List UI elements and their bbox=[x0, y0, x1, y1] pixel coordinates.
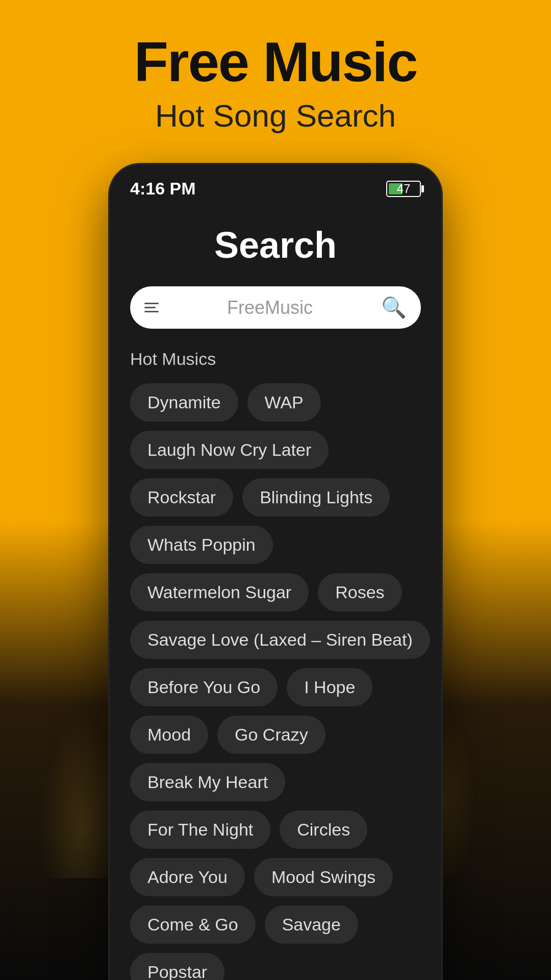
menu-line-2 bbox=[144, 307, 156, 308]
hot-musics-label: Hot Musics bbox=[130, 349, 421, 369]
search-bar[interactable]: FreeMusic 🔍 bbox=[130, 286, 421, 329]
tag-item[interactable]: Break My Heart bbox=[130, 763, 285, 801]
tag-item[interactable]: Mood bbox=[130, 716, 208, 754]
tag-item[interactable]: Come & Go bbox=[130, 905, 256, 944]
tag-item[interactable]: Whats Poppin bbox=[130, 526, 273, 564]
app-content: Search FreeMusic 🔍 Hot Musics DynamiteWA… bbox=[110, 204, 441, 980]
tag-item[interactable]: Laugh Now Cry Later bbox=[130, 431, 329, 469]
tag-item[interactable]: Rockstar bbox=[130, 478, 233, 517]
status-bar: 4:16 PM 47 bbox=[110, 164, 441, 204]
menu-line-1 bbox=[144, 303, 159, 304]
search-icon[interactable]: 🔍 bbox=[381, 296, 407, 320]
menu-line-3 bbox=[144, 311, 159, 312]
tags-container: DynamiteWAPLaugh Now Cry LaterRockstarBl… bbox=[130, 383, 421, 980]
tag-item[interactable]: I Hope bbox=[287, 668, 372, 706]
tag-item[interactable]: Mood Swings bbox=[254, 858, 393, 896]
tag-item[interactable]: Savage Love (Laxed – Siren Beat) bbox=[130, 621, 430, 659]
battery-icon: 47 bbox=[386, 181, 421, 197]
tag-item[interactable]: Dynamite bbox=[130, 383, 238, 422]
tag-item[interactable]: For The Night bbox=[130, 811, 270, 849]
battery-indicator: 47 bbox=[386, 181, 421, 197]
tag-item[interactable]: Adore You bbox=[130, 858, 245, 896]
search-input[interactable]: FreeMusic bbox=[169, 297, 371, 318]
tag-item[interactable]: Go Crazy bbox=[217, 716, 325, 754]
tag-item[interactable]: Watermelon Sugar bbox=[130, 573, 309, 611]
tag-item[interactable]: Popstar bbox=[130, 953, 224, 980]
tag-item[interactable]: Roses bbox=[318, 573, 402, 611]
header-section: Free Music Hot Song Search bbox=[0, 0, 551, 134]
tag-item[interactable]: Savage bbox=[265, 905, 358, 944]
app-subtitle: Hot Song Search bbox=[0, 97, 551, 134]
status-time: 4:16 PM bbox=[130, 179, 196, 199]
screen-title: Search bbox=[130, 224, 421, 266]
app-title: Free Music bbox=[0, 31, 551, 92]
menu-icon[interactable] bbox=[144, 303, 159, 312]
battery-percent: 47 bbox=[387, 182, 420, 196]
phone-mockup: 4:16 PM 47 Search FreeMusic 🔍 Hot Musics… bbox=[110, 164, 441, 980]
tag-item[interactable]: Before You Go bbox=[130, 668, 278, 706]
tag-item[interactable]: Blinding Lights bbox=[242, 478, 390, 517]
tag-item[interactable]: Circles bbox=[280, 811, 367, 849]
tag-item[interactable]: WAP bbox=[247, 383, 321, 422]
